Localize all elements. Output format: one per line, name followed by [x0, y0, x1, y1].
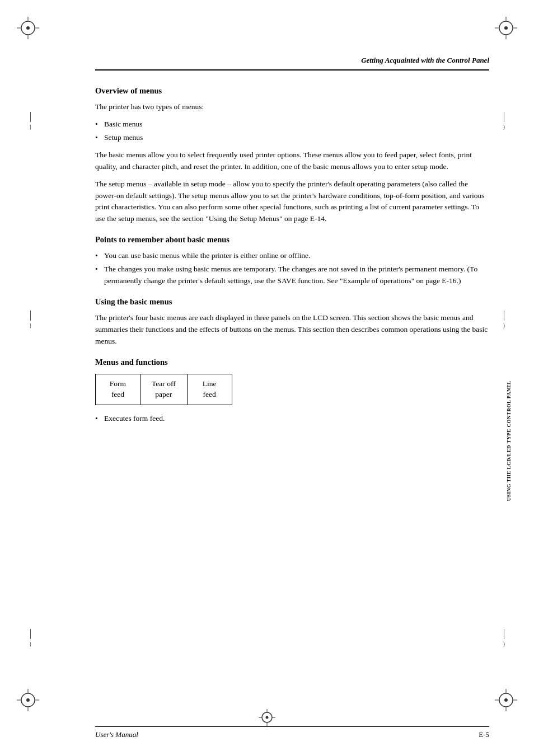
- svg-point-25: [266, 716, 269, 719]
- right-binding-top: ): [503, 112, 505, 130]
- cell-tear-off-line2: paper: [155, 390, 172, 398]
- section-points: Points to remember about basic menus You…: [95, 235, 489, 287]
- cell-form-feed-line2: feed: [111, 390, 124, 398]
- page-footer: User's Manual E-5: [95, 726, 489, 739]
- cell-tear-off-line1: Tear off: [152, 379, 176, 388]
- para-overview-3: The setup menus – available in setup mod…: [95, 179, 489, 226]
- right-binding-bot: ): [503, 629, 505, 647]
- menus-table: Form feed Tear off paper Line feed: [95, 374, 232, 405]
- sidebar-label: USING THE LCD/LED TYPE CONTROL PANEL: [506, 381, 534, 501]
- left-binding-bot: }: [29, 629, 32, 647]
- cell-line-feed-line1: Line: [203, 379, 217, 388]
- corner-mark-top-right: [495, 17, 517, 39]
- para-overview-1: The printer has two types of menus:: [95, 101, 489, 113]
- content-area: Getting Acquainted with the Control Pane…: [95, 56, 489, 689]
- section-overview: Overview of menus The printer has two ty…: [95, 86, 489, 225]
- corner-mark-bottom-right: [495, 689, 517, 711]
- corner-mark-top-left: [17, 17, 39, 39]
- para-overview-2: The basic menus allow you to select freq…: [95, 149, 489, 173]
- list-item-executes: Executes form feed.: [95, 413, 489, 425]
- list-points: You can use basic menus while the printe…: [95, 250, 489, 287]
- header-title: Getting Acquainted with the Control Pane…: [361, 56, 489, 64]
- list-item-setup: Setup menus: [95, 132, 489, 144]
- para-using-1: The printer's four basic menus are each …: [95, 312, 489, 348]
- left-binding-mid: }: [29, 311, 32, 328]
- svg-point-13: [26, 698, 30, 702]
- table-cell-line-feed: Line feed: [187, 374, 232, 405]
- list-item-point-2: The changes you make using basic menus a…: [95, 264, 489, 287]
- heading-menus-functions: Menus and functions: [95, 358, 489, 367]
- heading-using: Using the basic menus: [95, 297, 489, 307]
- cell-line-feed-line2: feed: [203, 390, 216, 398]
- svg-point-19: [504, 698, 508, 702]
- cell-form-feed-line1: Form: [110, 379, 126, 388]
- section-using: Using the basic menus The printer's four…: [95, 297, 489, 348]
- list-item-point-1: You can use basic menus while the printe…: [95, 250, 489, 262]
- list-functions: Executes form feed.: [95, 413, 489, 425]
- corner-mark-bottom-left: [17, 689, 39, 711]
- left-binding-top: }: [29, 112, 32, 130]
- list-menu-types: Basic menus Setup menus: [95, 119, 489, 144]
- footer-right: E-5: [479, 730, 489, 739]
- heading-points: Points to remember about basic menus: [95, 235, 489, 245]
- list-item-basic: Basic menus: [95, 119, 489, 130]
- page-container: } } } ) ) ) Getting Acquainted with the …: [0, 0, 534, 756]
- svg-point-1: [26, 26, 30, 30]
- heading-overview: Overview of menus: [95, 86, 489, 96]
- bottom-center-mark: [259, 709, 275, 728]
- right-binding-mid: ): [503, 311, 505, 328]
- table-cell-form-feed: Form feed: [96, 374, 140, 405]
- svg-point-7: [504, 26, 508, 30]
- table-cell-tear-off: Tear off paper: [140, 374, 188, 405]
- table-row: Form feed Tear off paper Line feed: [96, 374, 232, 405]
- footer-left: User's Manual: [95, 730, 138, 739]
- page-header: Getting Acquainted with the Control Pane…: [95, 56, 489, 71]
- section-menus-functions: Menus and functions Form feed Tear off p…: [95, 358, 489, 425]
